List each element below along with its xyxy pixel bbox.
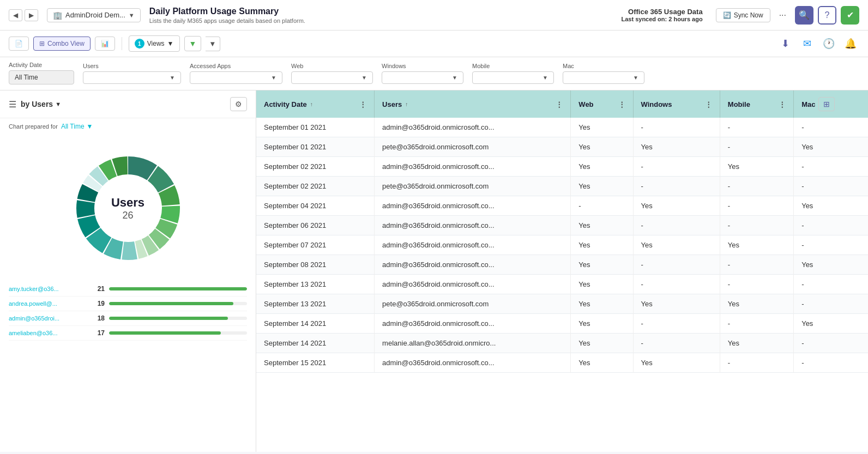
td-users: admin@o365droid.onmicrosoft.co... xyxy=(375,235,571,255)
td-mac: - xyxy=(794,216,868,235)
chart-settings-button[interactable]: ⚙ xyxy=(230,97,247,111)
donut-center-count: 26 xyxy=(111,210,144,221)
windows-select[interactable]: ▼ xyxy=(382,71,463,84)
views-button[interactable]: 1 Views ▼ xyxy=(129,35,180,52)
nav-back-button[interactable]: ◀ xyxy=(9,9,22,21)
table-wrapper[interactable]: Activity Date↑⋮Users↑⋮Web⋮Windows⋮Mobile… xyxy=(256,90,868,452)
td-activity_date: September 14 2021 xyxy=(256,334,375,353)
td-users: admin@o365droid.onmicrosoft.co... xyxy=(375,216,571,235)
td-windows: Yes xyxy=(633,137,720,157)
settings-button[interactable]: ✔ xyxy=(841,6,859,25)
td-activity_date: September 07 2021 xyxy=(256,235,375,255)
col-menu-mobile[interactable]: ⋮ xyxy=(779,100,786,108)
activity-date-select[interactable]: All Time xyxy=(9,70,74,84)
toolbar-right-actions: ⬇ ✉ 🕐 🔔 xyxy=(776,35,859,52)
views-chevron-icon: ▼ xyxy=(167,40,174,47)
table-row[interactable]: September 15 2021admin@o365droid.onmicro… xyxy=(256,353,868,373)
users-select[interactable]: ▼ xyxy=(83,71,181,84)
col-menu-users[interactable]: ⋮ xyxy=(556,100,563,108)
web-select[interactable]: ▼ xyxy=(291,71,373,84)
td-mac: Yes xyxy=(794,314,868,334)
by-users-label: by Users xyxy=(21,100,53,108)
table-row[interactable]: September 14 2021melanie.allan@o365droid… xyxy=(256,334,868,353)
legend-name: amy.tucker@o36... xyxy=(9,286,85,292)
search-button[interactable]: 🔍 xyxy=(795,6,813,25)
th-web[interactable]: Web⋮ xyxy=(571,90,633,118)
download-button[interactable]: ⬇ xyxy=(776,35,794,52)
table-row[interactable]: September 13 2021pete@o365droid.onmicros… xyxy=(256,294,868,314)
legend-bar-wrap xyxy=(109,331,247,335)
more-options-button[interactable]: ··· xyxy=(775,8,791,22)
main-content: ☰ by Users ▼ ⚙ Chart prepared for All Ti… xyxy=(0,90,868,452)
legend-count: 18 xyxy=(89,314,105,322)
accessed-apps-select[interactable]: ▼ xyxy=(190,71,282,84)
table-row[interactable]: September 01 2021admin@o365droid.onmicro… xyxy=(256,118,868,137)
td-activity_date: September 13 2021 xyxy=(256,275,375,294)
document-view-button[interactable]: 📄 xyxy=(9,37,29,51)
table-row[interactable]: September 02 2021pete@o365droid.onmicros… xyxy=(256,177,868,196)
col-menu-web[interactable]: ⋮ xyxy=(618,100,625,108)
chart-all-time-button[interactable]: All Time ▼ xyxy=(61,123,93,130)
th-mobile[interactable]: Mobile⋮ xyxy=(720,90,793,118)
email-button[interactable]: ✉ xyxy=(798,35,816,52)
by-users-button[interactable]: by Users ▼ xyxy=(21,100,61,108)
th-windows[interactable]: Windows⋮ xyxy=(633,90,720,118)
mac-select[interactable]: ▼ xyxy=(563,71,644,84)
td-activity_date: September 06 2021 xyxy=(256,216,375,235)
table-row[interactable]: September 04 2021admin@o365droid.onmicro… xyxy=(256,196,868,216)
chart-view-button[interactable]: 📊 xyxy=(95,37,115,51)
nav-forward-button[interactable]: ▶ xyxy=(25,9,38,21)
td-mac: - xyxy=(794,157,868,177)
combo-view-button[interactable]: ⊞ Combo View xyxy=(33,37,91,51)
td-users: pete@o365droid.onmicrosoft.com xyxy=(375,137,571,157)
td-windows: - xyxy=(633,157,720,177)
breadcrumb-select[interactable]: 🏢 AdminDroid Dem... ▼ xyxy=(47,8,141,22)
legend-item: admin@o365droi... 18 xyxy=(9,311,247,326)
table-row[interactable]: September 01 2021pete@o365droid.onmicros… xyxy=(256,137,868,157)
td-web: - xyxy=(571,196,633,216)
views-badge: 1 xyxy=(135,39,144,49)
table-row[interactable]: September 08 2021admin@o365droid.onmicro… xyxy=(256,255,868,275)
combo-view-label: Combo View xyxy=(47,40,85,47)
donut-chart-container: Users 26 xyxy=(0,135,256,282)
sync-now-button[interactable]: 🔄 Sync Now xyxy=(716,8,770,22)
th-users[interactable]: Users↑⋮ xyxy=(375,90,571,118)
page-title: Daily Platform Usage Summary xyxy=(149,7,613,16)
chart-panel: ☰ by Users ▼ ⚙ Chart prepared for All Ti… xyxy=(0,90,256,452)
help-button[interactable]: ? xyxy=(818,6,836,25)
td-mac: - xyxy=(794,294,868,314)
td-activity_date: September 13 2021 xyxy=(256,294,375,314)
table-row[interactable]: September 06 2021admin@o365droid.onmicro… xyxy=(256,216,868,235)
filter-button[interactable]: ▼ xyxy=(184,36,202,51)
by-users-chevron-icon: ▼ xyxy=(55,101,61,107)
td-users: pete@o365droid.onmicrosoft.com xyxy=(375,294,571,314)
legend-item: ameliaben@o36... 17 xyxy=(9,326,247,341)
td-web: Yes xyxy=(571,137,633,157)
col-menu-windows[interactable]: ⋮ xyxy=(705,100,712,108)
td-users: melanie.allan@o365droid.onmicro... xyxy=(375,334,571,353)
th-mac[interactable]: Mac⊞ xyxy=(794,90,868,118)
td-mobile: - xyxy=(720,353,793,373)
table-row[interactable]: September 14 2021admin@o365droid.onmicro… xyxy=(256,314,868,334)
users-chevron-icon: ▼ xyxy=(170,75,175,81)
table-settings-button[interactable]: ⊞ xyxy=(818,97,835,111)
td-web: Yes xyxy=(571,255,633,275)
alert-button[interactable]: 🔔 xyxy=(842,35,859,52)
schedule-button[interactable]: 🕐 xyxy=(820,35,837,52)
td-mobile: - xyxy=(720,216,793,235)
mobile-select[interactable]: ▼ xyxy=(472,71,554,84)
th-activity_date[interactable]: Activity Date↑⋮ xyxy=(256,90,375,118)
td-mac: Yes xyxy=(794,255,868,275)
legend-bar xyxy=(109,317,228,320)
users-filter: Users ▼ xyxy=(83,63,181,84)
table-row[interactable]: September 07 2021admin@o365droid.onmicro… xyxy=(256,235,868,255)
td-web: Yes xyxy=(571,235,633,255)
table-row[interactable]: September 13 2021admin@o365droid.onmicro… xyxy=(256,275,868,294)
filter-dropdown-button[interactable]: ▼ xyxy=(206,37,220,51)
th-label-mac: Mac xyxy=(801,100,815,108)
table-row[interactable]: September 02 2021admin@o365droid.onmicro… xyxy=(256,157,868,177)
legend-list: amy.tucker@o36... 21 andrea.powell@... 1… xyxy=(0,282,256,452)
col-menu-activity_date[interactable]: ⋮ xyxy=(359,100,366,108)
td-windows: Yes xyxy=(633,353,720,373)
table-panel: Activity Date↑⋮Users↑⋮Web⋮Windows⋮Mobile… xyxy=(256,90,868,452)
